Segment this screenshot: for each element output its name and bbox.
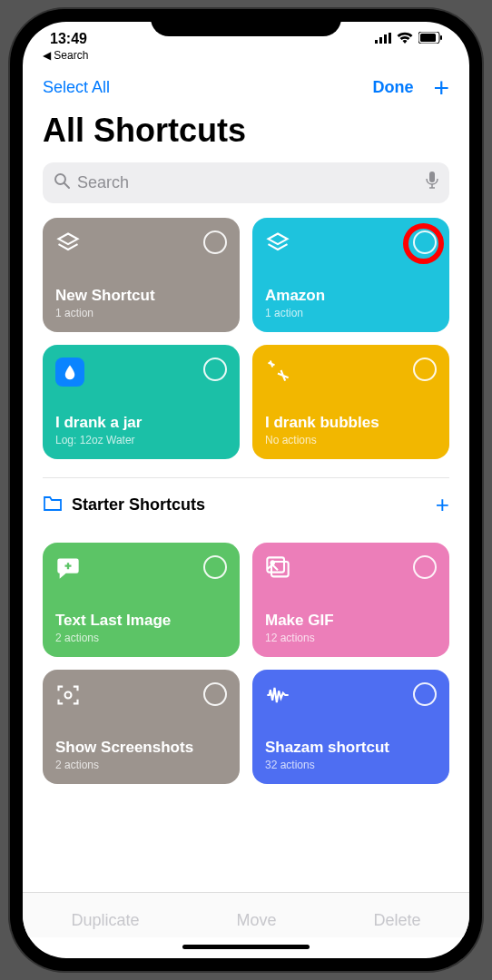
card-subtitle: No actions xyxy=(265,434,437,446)
move-button[interactable]: Move xyxy=(237,911,277,930)
svg-point-15 xyxy=(65,692,72,699)
back-to-search[interactable]: ◀ Search xyxy=(23,47,469,62)
svg-rect-1 xyxy=(379,37,382,44)
shortcut-card-drank-bubbles[interactable]: I drank bubbles No actions xyxy=(252,345,449,459)
card-title: Make GIF xyxy=(265,612,437,630)
shortcut-card-amazon[interactable]: Amazon 1 action xyxy=(252,218,449,332)
card-subtitle: 1 action xyxy=(265,307,437,319)
shortcut-card-new-shortcut[interactable]: New Shortcut 1 action xyxy=(43,218,240,332)
delete-button[interactable]: Delete xyxy=(373,911,420,930)
card-title: Show Screenshots xyxy=(55,739,227,757)
section-title: Starter Shortcuts xyxy=(72,495,436,514)
card-subtitle: 32 actions xyxy=(265,759,437,771)
add-to-folder-button[interactable]: + xyxy=(436,491,449,519)
select-circle[interactable] xyxy=(203,230,227,254)
card-subtitle: 12 actions xyxy=(265,632,437,644)
bottom-toolbar: Duplicate Move Delete xyxy=(23,892,469,937)
add-shortcut-button[interactable]: + xyxy=(433,80,449,96)
shortcut-card-show-screenshots[interactable]: Show Screenshots 2 actions xyxy=(43,670,240,784)
svg-rect-6 xyxy=(440,35,442,40)
card-subtitle: 2 actions xyxy=(55,632,227,644)
card-title: Text Last Image xyxy=(55,612,227,630)
card-subtitle: Log: 12oz Water xyxy=(55,434,227,446)
back-label: Search xyxy=(54,49,88,62)
mic-icon[interactable] xyxy=(426,172,438,194)
page-title: All Shortcuts xyxy=(23,106,469,162)
waveform-icon xyxy=(265,682,290,711)
starter-section-header[interactable]: Starter Shortcuts + xyxy=(43,477,449,532)
sparkle-icon xyxy=(265,358,290,387)
nav-bar: Select All Done + xyxy=(23,62,469,106)
screenshot-icon xyxy=(55,682,81,711)
svg-rect-9 xyxy=(429,172,435,182)
shortcut-card-shazam[interactable]: Shazam shortcut 32 actions xyxy=(252,670,449,784)
shortcut-card-make-gif[interactable]: Make GIF 12 actions xyxy=(252,543,449,657)
back-chevron-icon: ◀ xyxy=(43,49,51,62)
svg-rect-2 xyxy=(384,34,387,44)
card-title: I drank a jar xyxy=(55,414,227,432)
duplicate-button[interactable]: Duplicate xyxy=(71,911,139,930)
screen: 13:49 ◀ Search Select All Done + xyxy=(23,22,469,958)
images-icon xyxy=(265,555,290,584)
select-circle[interactable] xyxy=(413,230,437,254)
home-indicator[interactable] xyxy=(182,945,310,949)
card-title: Amazon xyxy=(265,287,437,305)
content-area: New Shortcut 1 action Amazon 1 actio xyxy=(23,218,469,892)
folder-icon xyxy=(43,495,63,515)
card-subtitle: 2 actions xyxy=(55,759,227,771)
search-placeholder: Search xyxy=(77,173,129,192)
water-drop-icon xyxy=(55,358,84,387)
wifi-icon xyxy=(397,31,413,47)
layers-icon xyxy=(55,230,81,260)
card-title: I drank bubbles xyxy=(265,414,437,432)
starter-grid: Text Last Image 2 actions Make GIF 12 ac… xyxy=(43,543,449,784)
select-circle[interactable] xyxy=(413,358,437,381)
status-time: 13:49 xyxy=(50,31,87,47)
status-indicators xyxy=(375,31,442,47)
select-circle[interactable] xyxy=(413,682,437,706)
select-circle[interactable] xyxy=(203,358,227,381)
search-icon xyxy=(54,172,70,193)
card-title: New Shortcut xyxy=(55,287,227,305)
message-plus-icon xyxy=(55,555,81,584)
select-circle[interactable] xyxy=(413,555,437,579)
select-all-button[interactable]: Select All xyxy=(43,78,110,97)
card-title: Shazam shortcut xyxy=(265,739,437,757)
layers-icon xyxy=(265,230,290,260)
select-circle[interactable] xyxy=(203,555,227,579)
cellular-icon xyxy=(375,31,391,47)
svg-rect-3 xyxy=(389,33,391,44)
shortcut-card-text-last-image[interactable]: Text Last Image 2 actions xyxy=(43,543,240,657)
shortcuts-grid: New Shortcut 1 action Amazon 1 actio xyxy=(43,218,449,459)
search-input[interactable]: Search xyxy=(43,162,449,203)
svg-rect-5 xyxy=(420,34,436,42)
done-button[interactable]: Done xyxy=(372,78,413,97)
svg-line-8 xyxy=(64,183,69,188)
select-circle[interactable] xyxy=(203,682,227,706)
svg-rect-0 xyxy=(375,40,378,44)
notch xyxy=(151,9,341,36)
svg-rect-13 xyxy=(267,557,284,572)
battery-icon xyxy=(418,31,442,47)
card-subtitle: 1 action xyxy=(55,307,227,319)
phone-frame: 13:49 ◀ Search Select All Done + xyxy=(10,9,482,971)
shortcut-card-drank-jar[interactable]: I drank a jar Log: 12oz Water xyxy=(43,345,240,459)
